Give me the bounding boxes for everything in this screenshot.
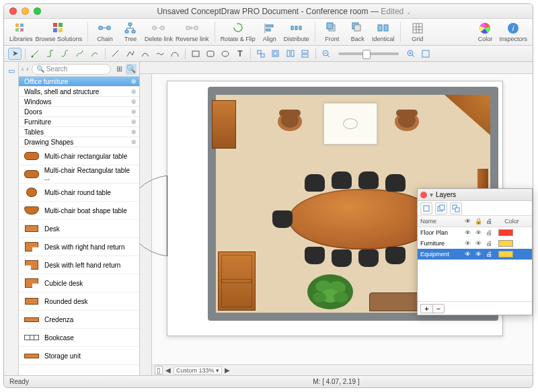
shape-item[interactable]: Desk xyxy=(19,220,139,238)
shape-item[interactable]: Rounded desk xyxy=(19,292,139,311)
close-icon[interactable]: ⊗ xyxy=(131,108,137,115)
layer-color-swatch[interactable] xyxy=(498,229,513,236)
eye-icon[interactable]: 👁 xyxy=(462,229,473,236)
reverse-link-button[interactable]: Reverse link xyxy=(176,20,209,44)
delete-link-button[interactable]: Delete link xyxy=(145,20,173,44)
category-row[interactable]: Walls, shell and structure⊗ xyxy=(19,87,139,97)
identical-button[interactable]: Identical xyxy=(372,20,395,44)
group-tool-4[interactable] xyxy=(299,48,312,60)
front-button[interactable]: Front xyxy=(321,20,344,44)
eye2-icon[interactable]: 👁 xyxy=(473,229,484,236)
eye2-icon[interactable]: 👁 xyxy=(473,240,484,247)
remove-layer-button[interactable]: − xyxy=(432,304,445,313)
curve-tool[interactable] xyxy=(153,48,167,60)
zoom-slider[interactable] xyxy=(338,52,399,55)
line-tool[interactable] xyxy=(109,48,122,60)
close-icon[interactable]: ⊗ xyxy=(131,88,137,95)
rect-tool[interactable] xyxy=(189,48,202,60)
connector-tool-3[interactable] xyxy=(59,48,72,60)
print-icon[interactable]: 🖨 xyxy=(484,229,494,236)
rotate-flip-button[interactable]: Rotate & Flip xyxy=(221,20,256,44)
layer-color-swatch[interactable] xyxy=(498,240,513,247)
text-tool[interactable]: T xyxy=(233,48,247,60)
shape-item[interactable]: Multi-chair boat shape table xyxy=(19,202,139,220)
zoom-icon[interactable] xyxy=(34,7,41,15)
connector-tool-4[interactable] xyxy=(73,48,87,60)
pointer-tool[interactable]: ➤ xyxy=(8,48,22,60)
chain-button[interactable]: Chain xyxy=(93,20,116,44)
horizontal-scrollbar[interactable]: ▯ ◀ Custom 133% ▾ ▶ xyxy=(152,364,533,375)
eye2-icon[interactable]: 👁 xyxy=(473,251,484,258)
shape-item[interactable]: Credenza xyxy=(19,311,139,329)
browse-solutions-button[interactable]: Browse Solutions xyxy=(36,20,83,44)
view-search-icon[interactable]: 🔍 xyxy=(126,64,137,75)
roundrect-tool[interactable] xyxy=(204,48,217,60)
shape-item[interactable]: Desk with left hand return xyxy=(19,256,139,274)
close-icon[interactable]: ⊗ xyxy=(131,139,137,145)
shape-item[interactable]: Storage unit xyxy=(19,347,139,365)
polyline-tool[interactable] xyxy=(124,48,137,60)
back-button[interactable]: Back xyxy=(346,20,369,44)
page-tab-icon[interactable]: ▯ xyxy=(155,366,163,375)
layer-row[interactable]: Floor Plan👁👁🖨 xyxy=(418,227,532,238)
layer-tool-2[interactable] xyxy=(435,202,447,214)
layer-tool-3[interactable] xyxy=(450,202,462,214)
eye-icon[interactable]: 👁 xyxy=(462,251,473,258)
print-icon[interactable]: 🖨 xyxy=(484,240,494,247)
view-grid-icon[interactable]: ⊞ xyxy=(114,64,124,75)
zoom-fit-button[interactable] xyxy=(419,48,432,60)
inspectors-button[interactable]: iInspectors xyxy=(499,20,527,44)
sidebar-next-icon[interactable]: › xyxy=(26,65,28,73)
print-icon[interactable]: 🖨 xyxy=(484,251,494,258)
close-icon[interactable]: ⊗ xyxy=(131,78,137,85)
arc-tool[interactable] xyxy=(139,48,152,60)
scroll-right-icon[interactable]: ▶ xyxy=(225,366,230,374)
eye-icon[interactable]: 👁 xyxy=(462,240,473,247)
category-row[interactable]: Office furniture⊗ xyxy=(19,77,139,87)
tree-button[interactable]: Tree xyxy=(119,20,142,44)
close-icon[interactable] xyxy=(9,7,17,15)
layer-tool-1[interactable] xyxy=(420,202,432,214)
category-row[interactable]: Windows⊗ xyxy=(19,97,139,107)
libraries-button[interactable]: Libraries xyxy=(9,20,33,44)
bezier-tool[interactable] xyxy=(168,48,182,60)
shape-item[interactable]: Multi-chair rectangular table xyxy=(19,147,139,165)
close-icon[interactable]: ⊗ xyxy=(131,118,137,125)
color-button[interactable]: Color xyxy=(473,20,496,44)
layer-color-swatch[interactable] xyxy=(498,251,513,258)
connector-tool-1[interactable] xyxy=(29,48,42,60)
align-button[interactable]: Align xyxy=(258,20,281,44)
close-icon[interactable]: ⊗ xyxy=(131,128,137,135)
search-input[interactable]: 🔍Search xyxy=(32,64,111,75)
group-tool-1[interactable] xyxy=(254,48,268,60)
layer-row[interactable]: Furniture👁👁🖨 xyxy=(418,238,532,249)
library-toggle-icon[interactable]: ▭ xyxy=(5,65,18,77)
shape-item[interactable]: Bookcase xyxy=(19,329,139,347)
ellipse-tool[interactable] xyxy=(219,48,232,60)
category-row[interactable]: Tables⊗ xyxy=(19,127,139,137)
add-layer-button[interactable]: + xyxy=(420,304,432,313)
shape-item[interactable]: Multi-chair round table xyxy=(19,184,139,202)
category-row[interactable]: Doors⊗ xyxy=(19,107,139,117)
panel-close-icon[interactable] xyxy=(420,192,427,198)
layers-panel[interactable]: ▾ Layers Name 👁 🔒 🖨 Color Floor Plan👁👁🖨F… xyxy=(417,188,533,315)
zoom-combo[interactable]: Custom 133% ▾ xyxy=(174,366,222,375)
group-tool-3[interactable] xyxy=(284,48,297,60)
scroll-left-icon[interactable]: ◀ xyxy=(165,366,171,374)
category-row[interactable]: Drawing Shapes⊗ xyxy=(19,137,139,147)
group-tool-2[interactable] xyxy=(269,48,282,60)
shape-item[interactable]: Desk with right hand return xyxy=(19,238,139,256)
layers-header[interactable]: ▾ Layers xyxy=(418,189,532,201)
grid-button[interactable]: Grid xyxy=(406,20,429,44)
shape-item[interactable]: Cubicle desk xyxy=(19,274,139,292)
distribute-button[interactable]: Distribute xyxy=(284,20,309,44)
sidebar-prev-icon[interactable]: ‹ xyxy=(22,65,24,73)
connector-tool-5[interactable] xyxy=(88,48,102,60)
shape-item[interactable]: Multi-chair Rectangular table ... xyxy=(19,165,139,184)
zoom-out-button[interactable] xyxy=(319,48,333,60)
minimize-icon[interactable] xyxy=(22,7,29,15)
close-icon[interactable]: ⊗ xyxy=(131,98,137,105)
connector-tool-2[interactable] xyxy=(44,48,57,60)
category-row[interactable]: Furniture⊗ xyxy=(19,117,139,127)
layer-row[interactable]: Equipment👁👁🖨 xyxy=(418,249,532,260)
